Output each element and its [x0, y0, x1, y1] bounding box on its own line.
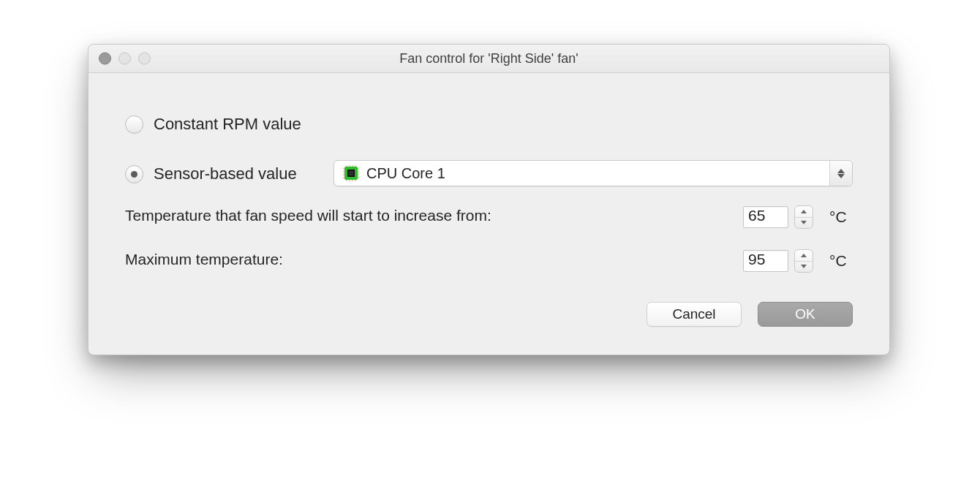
max-temp-unit: °C	[829, 252, 853, 270]
cancel-button[interactable]: Cancel	[647, 302, 742, 327]
sensor-based-option[interactable]: Sensor-based value	[125, 163, 853, 185]
ok-button[interactable]: OK	[758, 302, 853, 327]
titlebar: Fan control for 'Right Side' fan'	[88, 45, 889, 73]
sensor-based-label: Sensor-based value	[154, 164, 297, 183]
zoom-window-button[interactable]	[138, 53, 151, 65]
sensor-select[interactable]: CPU Core 1	[333, 160, 853, 186]
constant-rpm-label: Constant RPM value	[154, 115, 301, 134]
constant-rpm-option[interactable]: Constant RPM value	[125, 113, 853, 135]
traffic-lights	[99, 53, 151, 65]
select-arrows-icon	[829, 161, 852, 186]
stepper-up-icon[interactable]	[795, 250, 813, 261]
max-temp-input[interactable]: 95	[743, 250, 788, 272]
start-temp-unit: °C	[829, 208, 853, 226]
radio-constant[interactable]	[125, 115, 143, 134]
window-title: Fan control for 'Right Side' fan'	[399, 51, 578, 67]
svg-rect-2	[349, 171, 354, 176]
sensor-select-value: CPU Core 1	[366, 165, 445, 182]
cpu-chip-icon	[343, 165, 359, 181]
start-temp-label: Temperature that fan speed will start to…	[125, 205, 491, 226]
max-temp-row: Maximum temperature: 95 °C	[125, 249, 853, 273]
start-temp-row: Temperature that fan speed will start to…	[125, 205, 853, 229]
stepper-down-icon[interactable]	[795, 218, 813, 229]
start-temp-stepper[interactable]	[794, 205, 813, 229]
start-temp-input[interactable]: 65	[743, 206, 788, 228]
max-temp-stepper[interactable]	[794, 249, 813, 273]
radio-sensor[interactable]	[125, 165, 143, 183]
dialog-window: Fan control for 'Right Side' fan' Consta…	[88, 44, 890, 355]
stepper-down-icon[interactable]	[795, 262, 813, 273]
max-temp-label: Maximum temperature:	[125, 249, 283, 270]
stepper-up-icon[interactable]	[795, 206, 813, 217]
minimize-window-button[interactable]	[118, 53, 131, 65]
close-window-button[interactable]	[99, 53, 111, 65]
